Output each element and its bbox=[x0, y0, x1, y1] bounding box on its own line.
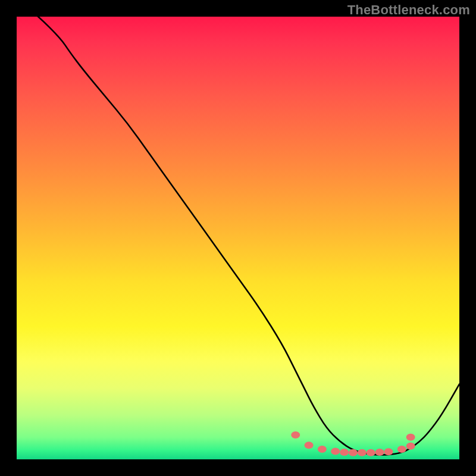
chart-dot bbox=[397, 446, 406, 453]
chart-dot bbox=[305, 441, 314, 449]
chart-dot bbox=[349, 449, 358, 456]
chart-dot bbox=[384, 448, 393, 455]
chart-dots bbox=[291, 431, 415, 456]
chart-dot bbox=[367, 449, 375, 456]
chart-dot bbox=[406, 434, 415, 441]
chart-dot bbox=[358, 449, 367, 456]
chart-dot bbox=[331, 448, 340, 455]
chart-dot bbox=[406, 443, 415, 450]
chart-dot bbox=[318, 446, 327, 453]
chart-frame: TheBottleneck.com bbox=[0, 0, 476, 476]
watermark: TheBottleneck.com bbox=[347, 2, 470, 18]
chart-dot bbox=[340, 449, 349, 456]
chart-dot bbox=[291, 431, 300, 439]
chart-svg bbox=[17, 17, 459, 459]
chart-curve bbox=[17, 17, 459, 455]
chart-dot bbox=[375, 449, 384, 456]
